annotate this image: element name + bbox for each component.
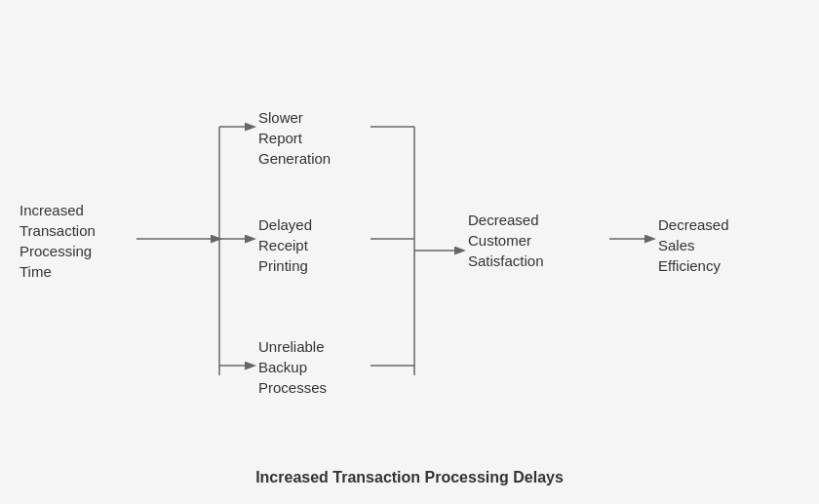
diagram-inner: Increased Transaction Processing Time Sl… <box>10 49 809 439</box>
diagram-container: Increased Transaction Processing Time Sl… <box>0 29 819 458</box>
diagram-arrows <box>10 49 809 439</box>
diagram-title: Increased Transaction Processing Delays <box>0 469 819 486</box>
